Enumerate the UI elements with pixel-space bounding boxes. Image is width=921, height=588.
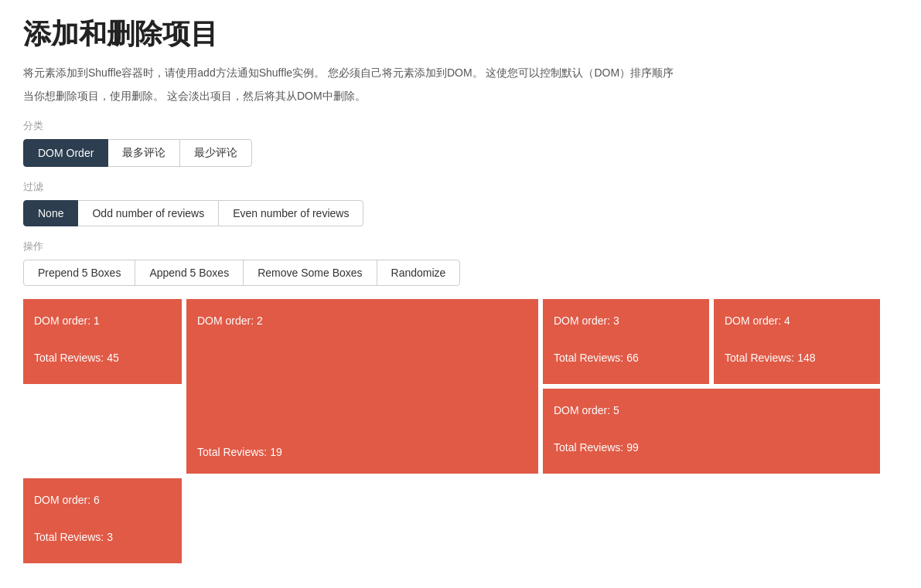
page-title: 添加和删除项目 [23,15,898,53]
card-2: DOM order: 2 Total Reviews: 19 [186,299,538,474]
sort-btn-dom-order[interactable]: DOM Order [23,139,108,167]
card-2-order: DOM order: 2 [197,310,527,331]
action-btn-randomize[interactable]: Randomize [377,260,461,286]
action-btn-prepend[interactable]: Prepend 5 Boxes [23,260,135,286]
card-6: DOM order: 6 Total Reviews: 3 [23,478,182,563]
sort-label: 分类 [23,119,898,133]
sort-button-group: DOM Order 最多评论 最少评论 [23,139,898,166]
cards-container: DOM order: 1 Total Reviews: 45 DOM order… [23,299,898,563]
card-1-order: DOM order: 1 [34,310,171,331]
desc2: 当你想删除项目，使用删除。 这会淡出项目，然后将其从DOM中删除。 [23,87,898,104]
card-5: DOM order: 5 Total Reviews: 99 [543,389,880,474]
card-2-reviews: Total Reviews: 19 [197,441,527,463]
action-btn-remove[interactable]: Remove Some Boxes [243,260,377,286]
card-4: DOM order: 4 Total Reviews: 148 [714,299,880,384]
filter-label: 过滤 [23,180,898,194]
card-6-order: DOM order: 6 [34,489,171,511]
filter-btn-none[interactable]: None [23,200,78,226]
card-3-order: DOM order: 3 [554,310,698,331]
sort-btn-least-reviews[interactable]: 最少评论 [179,139,252,167]
card-3: DOM order: 3 Total Reviews: 66 [543,299,709,384]
actions-label: 操作 [23,240,898,253]
card-6-reviews: Total Reviews: 3 [34,526,171,548]
card-4-order: DOM order: 4 [725,310,869,331]
filter-button-group: None Odd number of reviews Even number o… [23,200,898,226]
card-4-reviews: Total Reviews: 148 [725,347,869,369]
card-5-reviews: Total Reviews: 99 [554,437,869,458]
filter-btn-even[interactable]: Even number of reviews [218,200,363,226]
sort-btn-most-reviews[interactable]: 最多评论 [107,139,180,167]
card-5-order: DOM order: 5 [554,399,869,421]
card-3-reviews: Total Reviews: 66 [554,347,698,369]
card-1-reviews: Total Reviews: 45 [34,347,171,369]
desc1: 将元素添加到Shuffle容器时，请使用add方法通知Shuffle实例。 您必… [23,64,898,81]
filter-btn-odd[interactable]: Odd number of reviews [77,200,219,226]
action-button-group: Prepend 5 Boxes Append 5 Boxes Remove So… [23,260,898,285]
action-btn-append[interactable]: Append 5 Boxes [135,260,244,286]
card-1: DOM order: 1 Total Reviews: 45 [23,299,182,384]
